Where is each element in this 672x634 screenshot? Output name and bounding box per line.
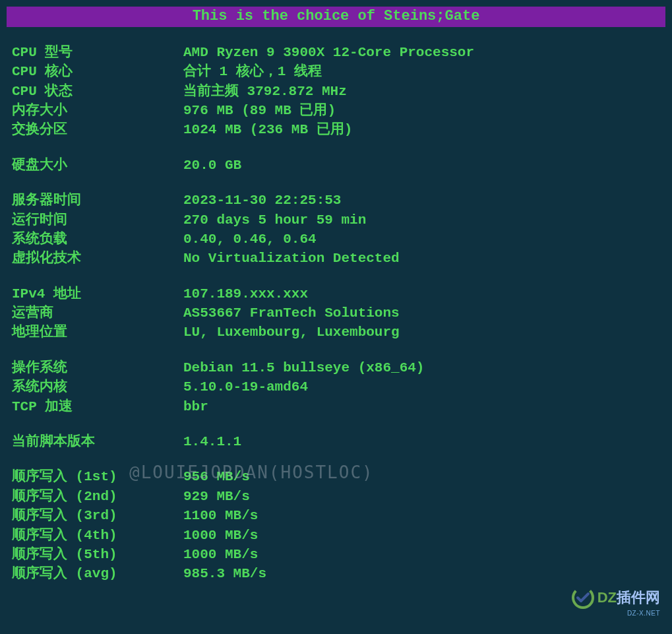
version-section: 当前脚本版本 1.4.1.1 [7,432,665,451]
disk-write-section: 顺序写入 (1st) 956 MB/s 顺序写入 (2nd) 929 MB/s … [7,467,665,583]
load-label: 系统负载 [7,230,183,249]
memory-label: 内存大小 [7,101,183,120]
location-row: 地理位置 LU, Luxembourg, Luxembourg [7,323,665,342]
cpu-memory-section: CPU 型号 AMD Ryzen 9 3900X 12-Core Process… [7,43,665,140]
cpu-model-label: CPU 型号 [7,43,183,62]
cpu-cores-label: CPU 核心 [7,62,183,81]
location-label: 地理位置 [7,323,183,342]
isp-value: AS53667 FranTech Solutions [183,303,400,323]
memory-row: 内存大小 976 MB (89 MB 已用) [7,101,665,120]
version-value: 1.4.1.1 [183,432,241,451]
tcp-value: bbr [183,397,208,416]
writeavg-row: 顺序写入 (avg) 985.3 MB/s [7,564,665,583]
os-row: 操作系统 Debian 11.5 bullseye (x86_64) [7,358,665,377]
os-value: Debian 11.5 bullseye (x86_64) [183,358,424,377]
server-time-label: 服务器时间 [7,191,183,210]
server-time-value: 2023-11-30 22:25:53 [183,191,341,210]
uptime-row: 运行时间 270 days 5 hour 59 min [7,210,665,230]
logo-icon [572,586,594,609]
virtualization-label: 虚拟化技术 [7,249,183,268]
cpu-model-row: CPU 型号 AMD Ryzen 9 3900X 12-Core Process… [7,43,665,62]
write2-row: 顺序写入 (2nd) 929 MB/s [7,487,665,506]
ipv4-value: 107.189.xxx.xxx [183,284,308,303]
kernel-label: 系统内核 [7,377,183,396]
write5-value: 1000 MB/s [183,545,258,564]
logo-badge: DZ插件网 DZ-X.NET [572,586,660,618]
cpu-cores-value: 合计 1 核心，1 线程 [183,62,322,81]
load-value: 0.40, 0.46, 0.64 [183,230,317,249]
logo-main: DZ插件网 [572,586,660,609]
write3-row: 顺序写入 (3rd) 1100 MB/s [7,506,665,525]
cpu-cores-row: CPU 核心 合计 1 核心，1 线程 [7,62,665,81]
cpu-status-label: CPU 状态 [7,82,183,101]
cpu-model-value: AMD Ryzen 9 3900X 12-Core Processor [183,43,474,62]
swap-value: 1024 MB (236 MB 已用) [183,120,352,139]
write4-value: 1000 MB/s [183,526,258,545]
uptime-label: 运行时间 [7,210,183,230]
virtualization-value: No Virtualization Detected [183,249,400,268]
cpu-status-row: CPU 状态 当前主频 3792.872 MHz [7,82,665,101]
tcp-label: TCP 加速 [7,397,183,416]
os-section: 操作系统 Debian 11.5 bullseye (x86_64) 系统内核 … [7,358,665,416]
disk-row: 硬盘大小 20.0 GB [7,156,665,175]
ipv4-label: IPv4 地址 [7,284,183,303]
write1-value: 956 MB/s [183,467,250,486]
write2-label: 顺序写入 (2nd) [7,487,183,506]
uptime-value: 270 days 5 hour 59 min [183,210,366,230]
swap-label: 交换分区 [7,120,183,139]
logo-dz: DZ [597,589,617,606]
disk-value: 20.0 GB [183,156,241,175]
write5-label: 顺序写入 (5th) [7,545,183,564]
logo-text: DZ插件网 [597,588,660,608]
kernel-value: 5.10.0-19-amd64 [183,377,308,396]
isp-label: 运营商 [7,303,183,323]
write4-label: 顺序写入 (4th) [7,526,183,545]
writeavg-value: 985.3 MB/s [183,564,266,583]
write3-value: 1100 MB/s [183,506,258,525]
os-label: 操作系统 [7,358,183,377]
virtualization-row: 虚拟化技术 No Virtualization Detected [7,249,665,268]
server-time-row: 服务器时间 2023-11-30 22:25:53 [7,191,665,210]
write3-label: 顺序写入 (3rd) [7,506,183,525]
write1-row: 顺序写入 (1st) 956 MB/s [7,467,665,486]
tcp-row: TCP 加速 bbr [7,397,665,416]
memory-value: 976 MB (89 MB 已用) [183,101,336,120]
version-label: 当前脚本版本 [7,432,183,451]
logo-rest: 插件网 [617,589,660,606]
version-row: 当前脚本版本 1.4.1.1 [7,432,665,451]
write1-label: 顺序写入 (1st) [7,467,183,486]
writeavg-label: 顺序写入 (avg) [7,564,183,583]
swap-row: 交换分区 1024 MB (236 MB 已用) [7,120,665,139]
write2-value: 929 MB/s [183,487,250,506]
write5-row: 顺序写入 (5th) 1000 MB/s [7,545,665,564]
system-time-section: 服务器时间 2023-11-30 22:25:53 运行时间 270 days … [7,191,665,269]
kernel-row: 系统内核 5.10.0-19-amd64 [7,377,665,396]
disk-section: 硬盘大小 20.0 GB [7,156,665,175]
disk-label: 硬盘大小 [7,156,183,175]
network-section: IPv4 地址 107.189.xxx.xxx 运营商 AS53667 Fran… [7,284,665,342]
logo-url: DZ-X.NET [627,609,660,618]
cpu-status-value: 当前主频 3792.872 MHz [183,82,347,101]
title-bar: This is the choice of Steins;Gate [7,7,665,27]
load-row: 系统负载 0.40, 0.46, 0.64 [7,230,665,249]
location-value: LU, Luxembourg, Luxembourg [183,323,400,342]
isp-row: 运营商 AS53667 FranTech Solutions [7,303,665,323]
write4-row: 顺序写入 (4th) 1000 MB/s [7,526,665,545]
ipv4-row: IPv4 地址 107.189.xxx.xxx [7,284,665,303]
